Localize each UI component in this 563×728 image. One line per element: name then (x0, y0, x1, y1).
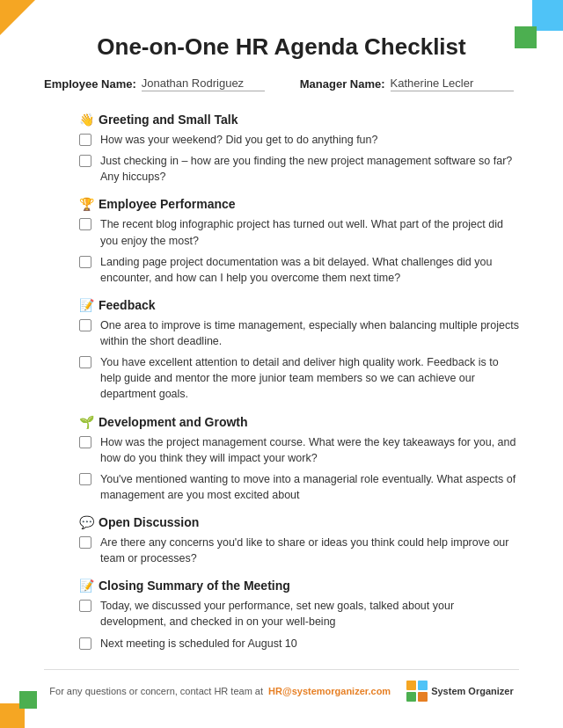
checkbox[interactable] (79, 600, 91, 612)
footer-logo: System Organizer (406, 681, 514, 702)
checkbox[interactable] (79, 218, 91, 230)
corner-decoration-tr (510, 0, 563, 53)
item-text: Landing page project documentation was a… (100, 254, 519, 286)
logo-sq-4 (418, 692, 428, 702)
sections-container: 👋 Greeting and Small TalkHow was your we… (44, 113, 519, 652)
logo-sq-2 (418, 681, 428, 690)
checkbox[interactable] (79, 436, 91, 448)
item-text: You have excellent attention to detail a… (100, 354, 519, 402)
checklist-item: Landing page project documentation was a… (44, 254, 519, 286)
checkbox[interactable] (79, 155, 91, 167)
checklist-item: Are there any concerns you'd like to sha… (44, 535, 519, 566)
page-title: One-on-One HR Agenda Checklist (44, 33, 519, 61)
checklist-item: Just checking in – how are you finding t… (44, 153, 519, 185)
section-icon-feedback: 📝 (79, 298, 94, 312)
checkbox[interactable] (79, 319, 91, 331)
checkbox[interactable] (79, 134, 91, 146)
item-text: The recent blog infographic project has … (100, 216, 519, 248)
section-title-greeting: 👋 Greeting and Small Talk (44, 113, 519, 127)
section-title-open-discussion: 💬 Open Discussion (44, 515, 519, 529)
checklist-item: How was the project management course. W… (44, 434, 519, 466)
logo-icon (406, 681, 428, 702)
section-label-feedback: Feedback (99, 298, 156, 312)
checkbox[interactable] (79, 473, 91, 485)
section-title-development: 🌱 Development and Growth (44, 415, 519, 429)
section-label-closing: Closing Summary of the Meeting (99, 579, 290, 593)
employee-value: Jonathan Rodriguez (142, 76, 265, 91)
section-label-performance: Employee Performance (99, 197, 236, 211)
employee-field: Employee Name: Jonathan Rodriguez (44, 76, 265, 91)
section-label-open-discussion: Open Discussion (99, 515, 199, 529)
section-title-closing: 📝 Closing Summary of the Meeting (44, 579, 519, 593)
item-text: You've mentioned wanting to move into a … (100, 471, 519, 503)
item-text: Just checking in – how are you finding t… (100, 153, 519, 185)
section-label-greeting: Greeting and Small Talk (99, 113, 238, 127)
section-icon-development: 🌱 (79, 415, 94, 429)
checkbox[interactable] (79, 356, 91, 368)
logo-text: System Organizer (431, 686, 514, 696)
footer: For any questions or concern, contact HR… (44, 669, 519, 702)
section-icon-closing: 📝 (79, 579, 94, 593)
section-label-development: Development and Growth (99, 415, 248, 429)
checklist-item: You've mentioned wanting to move into a … (44, 471, 519, 503)
manager-value: Katherine Lecler (391, 76, 514, 91)
item-text: Next meeting is scheduled for August 10 (100, 636, 297, 652)
checklist-item: You have excellent attention to detail a… (44, 354, 519, 402)
checklist-item: One area to improve is time management, … (44, 317, 519, 349)
footer-pre-text: For any questions or concern, contact HR… (49, 686, 263, 696)
checklist-item: Next meeting is scheduled for August 10 (44, 636, 519, 652)
corner-decoration-bl (0, 684, 44, 728)
section-icon-greeting: 👋 (79, 113, 94, 127)
page-container: One-on-One HR Agenda Checklist Employee … (0, 0, 563, 719)
item-text: How was your weekend? Did you get to do … (100, 132, 377, 148)
item-text: Today, we discussed your performance, se… (100, 598, 519, 630)
section-title-feedback: 📝 Feedback (44, 298, 519, 312)
checkbox[interactable] (79, 256, 91, 268)
item-text: How was the project management course. W… (100, 434, 519, 466)
checkbox[interactable] (79, 637, 91, 650)
manager-label: Manager Name: (300, 77, 385, 91)
section-icon-open-discussion: 💬 (79, 515, 94, 529)
checklist-item: Today, we discussed your performance, se… (44, 598, 519, 630)
logo-sq-1 (406, 681, 416, 690)
checklist-item: How was your weekend? Did you get to do … (44, 132, 519, 148)
header-row: Employee Name: Jonathan Rodriguez Manage… (44, 76, 519, 95)
section-title-performance: 🏆 Employee Performance (44, 197, 519, 211)
employee-label: Employee Name: (44, 77, 136, 91)
item-text: One area to improve is time management, … (100, 317, 519, 349)
checkbox[interactable] (79, 536, 91, 549)
section-icon-performance: 🏆 (79, 197, 94, 211)
checklist-item: The recent blog infographic project has … (44, 216, 519, 248)
manager-field: Manager Name: Katherine Lecler (300, 76, 514, 91)
logo-sq-3 (406, 692, 416, 702)
footer-email: HR@systemorganizer.com (268, 686, 391, 696)
item-text: Are there any concerns you'd like to sha… (100, 535, 519, 566)
